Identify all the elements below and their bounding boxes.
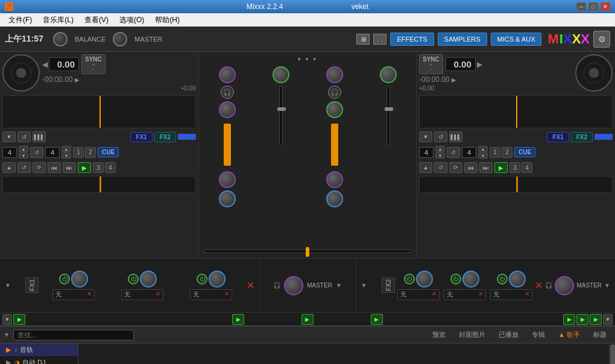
library-col-album[interactable]: 专辑	[527, 330, 550, 339]
mixer-right-lo-knob[interactable]	[326, 171, 343, 188]
menu-help[interactable]: 帮助(H)	[150, 14, 184, 27]
deck-left-repeat-btn[interactable]: ↺	[17, 131, 31, 142]
fx-right-close[interactable]: ✕	[535, 280, 543, 291]
beat-right-play1[interactable]: ▶	[563, 314, 575, 325]
library-scrollbar[interactable]	[609, 344, 615, 364]
mixer-right-mid-knob[interactable]	[326, 190, 343, 207]
mixer-left-hi-knob[interactable]	[219, 66, 236, 83]
deck-left-skip-fwd[interactable]: ⏭	[63, 162, 76, 173]
beat-left-expand[interactable]: ▼	[2, 314, 12, 325]
menu-view[interactable]: 查看(V)	[80, 14, 113, 27]
library-col-title[interactable]: 标题	[588, 330, 611, 339]
menu-file[interactable]: 文件(F)	[4, 14, 37, 27]
library-item-auto-dj[interactable]: ▶ ◑ 自动 DJ	[0, 356, 78, 364]
mixer-left-vol-knob[interactable]	[273, 66, 289, 83]
mixer-left-gain-knob[interactable]	[219, 101, 236, 118]
deck-right-cue-button[interactable]: CUE	[514, 147, 535, 157]
mixer-right-gain-knob[interactable]	[326, 101, 343, 118]
fx-left-unit3-select[interactable]: 无✕	[190, 289, 232, 300]
mixer-right-vol-handle[interactable]	[385, 107, 393, 111]
mixer-right-vol-knob[interactable]	[380, 66, 397, 83]
deck-left-loop2-up[interactable]: ▲	[62, 146, 71, 152]
fx-right-unit3-power[interactable]: ⏻	[497, 274, 508, 284]
minimize-button[interactable]: ─	[576, 2, 586, 11]
deck-right-repeat-btn[interactable]: ↺	[434, 131, 447, 142]
mixer-left-fader-bar[interactable]	[224, 124, 231, 166]
deck-left-sync-minus[interactable]: −	[92, 67, 95, 72]
deck-right-skip-back[interactable]: ⏮	[464, 162, 478, 173]
fx-left-label[interactable]: FX1	[25, 277, 39, 293]
mixer-right-vol-fader[interactable]	[386, 86, 390, 146]
fx-right-unit1-select[interactable]: 无✕	[397, 289, 440, 300]
deck-right-num1[interactable]: 1	[490, 147, 500, 158]
beat-left-play[interactable]: ▶	[13, 314, 25, 325]
library-col-preview[interactable]: 预览	[427, 330, 450, 339]
deck-right-up-arrow2[interactable]: ▲	[419, 162, 432, 173]
deck-left-num1[interactable]: 1	[73, 147, 84, 158]
fx-left-unit3-knob[interactable]	[209, 271, 226, 287]
deck-left-loop-up[interactable]: ▲	[19, 146, 28, 152]
crossfader-handle[interactable]	[306, 247, 309, 257]
beat-center-play1[interactable]: ▶	[232, 314, 244, 325]
fx-right-unit3-select[interactable]: 无✕	[490, 289, 532, 300]
deck-left-time-chevron[interactable]: ▶	[75, 77, 80, 83]
deck-right-vinyl[interactable]	[575, 54, 613, 92]
fx-left-unit1-knob[interactable]	[71, 271, 88, 287]
fx-left-unit1-power[interactable]: ⏻	[59, 274, 70, 284]
mixer-left-vol-handle[interactable]	[277, 107, 286, 111]
deck-right-bars-btn[interactable]: ▌▌▌	[449, 131, 462, 142]
deck-right-loop2-up[interactable]: ▲	[478, 146, 488, 152]
close-button[interactable]: ✕	[601, 2, 610, 11]
deck-left-sync-button[interactable]: SYNC + −	[81, 54, 106, 74]
fx-left-unit2-knob[interactable]	[140, 271, 157, 287]
deck-right-sync2[interactable]: ↺	[434, 162, 447, 173]
fx-right-expand-btn[interactable]: ▼	[361, 282, 367, 289]
deck-left-num2[interactable]: 2	[85, 147, 96, 158]
deck-right-fx2-button[interactable]: FX2	[571, 132, 593, 142]
deck-left-play-button[interactable]: ▶	[78, 162, 91, 173]
deck-right-num3[interactable]: 3	[509, 162, 520, 173]
deck-right-skip-fwd[interactable]: ⏭	[479, 162, 493, 173]
deck-right-loop-up[interactable]: ▲	[435, 146, 445, 152]
library-col-played[interactable]: 已播放	[494, 330, 523, 339]
beat-center-play2[interactable]: ▶	[301, 314, 314, 325]
library-col-cover[interactable]: 封面图片	[454, 330, 490, 339]
fx-right-unit3-knob[interactable]	[509, 271, 526, 287]
fx-right-unit1-power[interactable]: ⏻	[404, 274, 415, 284]
effects-button[interactable]: EFFECTS	[390, 33, 434, 46]
deck-right-rewind[interactable]: ⟳	[449, 162, 462, 173]
deck-right-time-chevron[interactable]: ▶	[452, 77, 456, 83]
mics-aux-button[interactable]: MICS & AUX	[491, 33, 542, 46]
deck-left-fx1-button[interactable]: FX1	[130, 132, 152, 142]
monitor-icon[interactable]: 🖥	[356, 34, 370, 45]
fx-left-unit2-power[interactable]: ⏻	[128, 274, 139, 284]
fx-right-unit2-power[interactable]: ⏻	[450, 274, 461, 284]
deck-left-skip-back[interactable]: ⏮	[48, 162, 61, 173]
deck-right-down-arrow[interactable]: ▼	[419, 131, 432, 142]
menu-library[interactable]: 音乐库(L)	[38, 14, 78, 27]
master-knob[interactable]	[113, 32, 127, 46]
deck-left-loop-down[interactable]: ▼	[19, 152, 28, 158]
fx-left-expand-btn[interactable]: ▼	[5, 282, 11, 289]
deck-left-loop2-down[interactable]: ▼	[62, 152, 71, 158]
library-item-tracks[interactable]: ▶ ♪ 音轨	[0, 344, 78, 356]
fx-right-unit2-select[interactable]: 无✕	[444, 289, 486, 300]
library-col-artist[interactable]: ▲ 歌手	[554, 330, 585, 339]
beat-center-play3[interactable]: ▶	[371, 314, 383, 325]
settings-button[interactable]: ⚙	[593, 31, 610, 48]
beat-right-expand[interactable]: ▼	[603, 314, 613, 325]
deck-right-sync-button[interactable]: SYNC + −	[419, 54, 443, 74]
fx-right-unit1-knob[interactable]	[416, 271, 433, 287]
fx-left-close[interactable]: ✕	[247, 280, 254, 291]
mixer-left-lo-knob[interactable]	[219, 171, 236, 188]
deck-right-loop-down[interactable]: ▼	[435, 152, 445, 158]
fx-master-expand[interactable]: ▼	[336, 282, 342, 289]
library-expand-icon[interactable]: ▼	[4, 331, 10, 338]
deck-right-next-button[interactable]: ▶	[477, 60, 482, 69]
fx-right-master-knob[interactable]	[555, 276, 574, 295]
mixer-left-vol-fader[interactable]	[279, 86, 283, 146]
maximize-button[interactable]: □	[588, 2, 598, 11]
balance-knob[interactable]	[53, 32, 68, 46]
mixer-left-headphone[interactable]: 🎧	[221, 86, 234, 99]
deck-left-num3[interactable]: 3	[93, 162, 104, 173]
